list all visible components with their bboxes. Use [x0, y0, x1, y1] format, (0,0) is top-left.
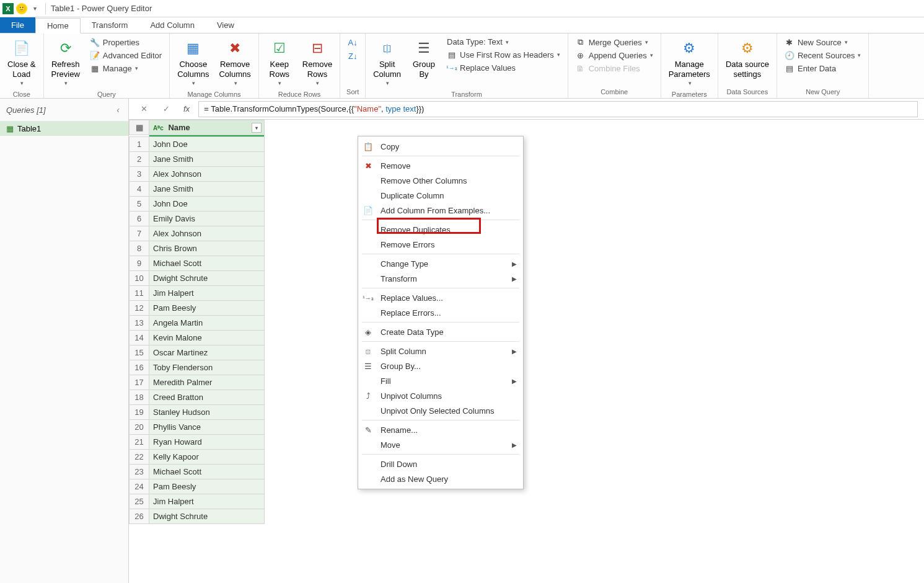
table-row[interactable]: 24Pam Beesly	[130, 479, 265, 494]
append-queries-button[interactable]: ⊕Append Queries	[573, 49, 656, 61]
formula-commit-button[interactable]: ✓	[157, 101, 175, 117]
table-row[interactable]: 5John Doe	[130, 197, 265, 211]
menu-copy[interactable]: 📋Copy	[358, 139, 523, 154]
cell-name[interactable]: Kevin Malone	[149, 331, 265, 345]
cell-name[interactable]: Toby Flenderson	[149, 360, 265, 375]
menu-rename[interactable]: ✎Rename...	[358, 422, 523, 437]
cell-name[interactable]: Jim Halpert	[149, 494, 265, 509]
remove-rows-button[interactable]: ⊟ Remove Rows ▾	[300, 36, 335, 89]
cell-name[interactable]: Michael Scott	[149, 256, 265, 271]
qat-dropdown-icon[interactable]: ▾	[33, 5, 37, 12]
row-index[interactable]: 2	[130, 152, 149, 167]
table-row[interactable]: 16Toby Flenderson	[130, 360, 265, 375]
row-index[interactable]: 5	[130, 197, 149, 211]
cell-name[interactable]: Dwight Schrute	[149, 509, 265, 524]
table-row[interactable]: 9Michael Scott	[130, 256, 265, 271]
row-index[interactable]: 14	[130, 331, 149, 345]
menu-change-type[interactable]: Change Type▶	[358, 256, 523, 271]
recent-sources-button[interactable]: 🕘Recent Sources	[782, 49, 864, 61]
table-row[interactable]: 13Angela Martin	[130, 316, 265, 331]
refresh-preview-button[interactable]: ⟳ Refresh Preview ▾	[49, 36, 82, 89]
first-row-headers-button[interactable]: ▤Use First Row as Headers	[444, 48, 563, 61]
cell-name[interactable]: Pam Beesly	[149, 479, 265, 494]
table-row[interactable]: 21Ryan Howard	[130, 435, 265, 450]
cell-name[interactable]: Alex Johnson	[149, 167, 265, 182]
sort-asc-button[interactable]: A↓	[345, 36, 360, 48]
menu-replace-values[interactable]: ¹→₂Replace Values...	[358, 290, 523, 305]
table-row[interactable]: 25Jim Halpert	[130, 494, 265, 509]
row-index[interactable]: 21	[130, 435, 149, 450]
menu-remove-duplicates[interactable]: Remove Duplicates	[358, 222, 523, 237]
row-index[interactable]: 9	[130, 256, 149, 271]
data-source-settings-button[interactable]: ⚙ Data source settings	[723, 36, 772, 82]
table-row[interactable]: 19Stanley Hudson	[130, 405, 265, 420]
keep-rows-button[interactable]: ☑ Keep Rows ▾	[264, 36, 295, 89]
table-row[interactable]: 7Alex Johnson	[130, 226, 265, 241]
menu-fill[interactable]: Fill▶	[358, 373, 523, 388]
row-index[interactable]: 10	[130, 271, 149, 286]
advanced-editor-button[interactable]: 📝Advanced Editor	[87, 49, 164, 61]
menu-add-as-new-query[interactable]: Add as New Query	[358, 471, 523, 486]
row-index[interactable]: 20	[130, 420, 149, 435]
manage-button[interactable]: ▦Manage	[87, 62, 164, 74]
row-index[interactable]: 23	[130, 465, 149, 479]
row-index[interactable]: 16	[130, 360, 149, 375]
remove-columns-button[interactable]: ✖ Remove Columns ▾	[216, 36, 253, 89]
menu-add-column-from-examples[interactable]: 📄Add Column From Examples...	[358, 203, 523, 218]
cell-name[interactable]: Dwight Schrute	[149, 271, 265, 286]
menu-drill-down[interactable]: Drill Down	[358, 456, 523, 471]
table-row[interactable]: 26Dwight Schrute	[130, 509, 265, 524]
cell-name[interactable]: Ryan Howard	[149, 435, 265, 450]
table-row[interactable]: 6Emily Davis	[130, 211, 265, 226]
row-index[interactable]: 24	[130, 479, 149, 494]
table-row[interactable]: 2Jane Smith	[130, 152, 265, 167]
cell-name[interactable]: Chris Brown	[149, 241, 265, 256]
row-index[interactable]: 19	[130, 405, 149, 420]
menu-transform[interactable]: Transform▶	[358, 271, 523, 286]
cell-name[interactable]: Emily Davis	[149, 211, 265, 226]
row-index[interactable]: 13	[130, 316, 149, 331]
data-type-button[interactable]: Data Type: Text	[444, 36, 563, 48]
cell-name[interactable]: Jane Smith	[149, 152, 265, 167]
table-row[interactable]: 11Jim Halpert	[130, 286, 265, 301]
menu-unpivot-columns[interactable]: ⤴Unpivot Columns	[358, 388, 523, 403]
row-index[interactable]: 8	[130, 241, 149, 256]
table-row[interactable]: 18Creed Bratton	[130, 390, 265, 405]
cell-name[interactable]: Angela Martin	[149, 316, 265, 331]
row-index[interactable]: 7	[130, 226, 149, 241]
menu-remove-other-columns[interactable]: Remove Other Columns	[358, 173, 523, 188]
tab-home[interactable]: Home	[35, 18, 81, 33]
merge-queries-button[interactable]: ⧉Merge Queries	[573, 36, 656, 48]
cell-name[interactable]: Oscar Martinez	[149, 345, 265, 360]
menu-remove-errors[interactable]: Remove Errors	[358, 237, 523, 252]
formula-input[interactable]: = Table.TransformColumnTypes(Source,{{"N…	[198, 101, 918, 117]
tab-add-column[interactable]: Add Column	[139, 17, 206, 33]
cell-name[interactable]: John Doe	[149, 197, 265, 211]
properties-button[interactable]: 🔧Properties	[87, 36, 164, 48]
row-index[interactable]: 11	[130, 286, 149, 301]
new-source-button[interactable]: ✱New Source	[782, 36, 864, 48]
collapse-pane-icon[interactable]: ‹	[114, 102, 122, 117]
table-row[interactable]: 17Meredith Palmer	[130, 375, 265, 390]
menu-duplicate-column[interactable]: Duplicate Column	[358, 188, 523, 203]
table-row[interactable]: 10Dwight Schrute	[130, 271, 265, 286]
row-index[interactable]: 15	[130, 345, 149, 360]
table-row[interactable]: 20Phyllis Vance	[130, 420, 265, 435]
row-index[interactable]: 1	[130, 137, 149, 152]
close-load-button[interactable]: 📄 Close & Load ▾	[5, 36, 38, 89]
row-index[interactable]: 18	[130, 390, 149, 405]
split-column-button[interactable]: ⎅ Split Column ▾	[371, 36, 403, 89]
cell-name[interactable]: Michael Scott	[149, 465, 265, 479]
query-item-table1[interactable]: ▦ Table1	[0, 122, 128, 136]
tab-view[interactable]: View	[206, 17, 245, 33]
menu-move[interactable]: Move▶	[358, 437, 523, 452]
table-row[interactable]: 15Oscar Martinez	[130, 345, 265, 360]
table-row[interactable]: 14Kevin Malone	[130, 331, 265, 345]
menu-group-by[interactable]: ☰Group By...	[358, 358, 523, 373]
cell-name[interactable]: Stanley Hudson	[149, 405, 265, 420]
data-grid[interactable]: ▦ Aᴮc Name ▾ 1John Doe2Jane Smith3Alex J…	[129, 120, 924, 583]
table-row[interactable]: 22Kelly Kapoor	[130, 450, 265, 465]
enter-data-button[interactable]: ▤Enter Data	[782, 62, 864, 74]
table-row[interactable]: 3Alex Johnson	[130, 167, 265, 182]
cell-name[interactable]: Creed Bratton	[149, 390, 265, 405]
